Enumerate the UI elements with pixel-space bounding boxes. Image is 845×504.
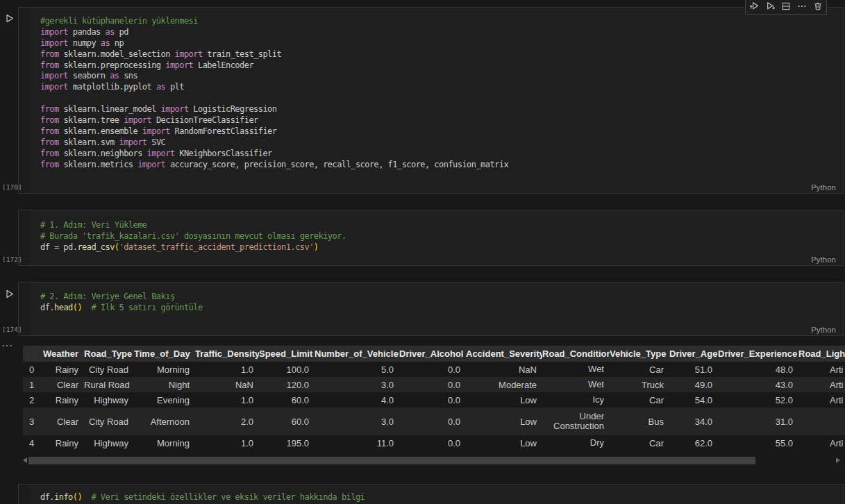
cell-editor[interactable]: # 2. Adım: Veriye Genel Bakışdf.head() #… bbox=[30, 283, 843, 335]
column-header: Weather bbox=[42, 346, 84, 362]
table-cell: 3.0 bbox=[315, 408, 399, 435]
table-cell: 60.0 bbox=[259, 408, 315, 435]
scroll-left-button[interactable] bbox=[23, 457, 27, 463]
column-header: Time_of_Day bbox=[134, 346, 195, 362]
scroll-right-button[interactable] bbox=[836, 457, 840, 463]
play-arrow-up-icon bbox=[749, 1, 760, 11]
code-line bbox=[40, 93, 843, 104]
code-line: df.info() # Veri setindeki özellikler ve… bbox=[40, 492, 843, 503]
column-header: Speed_Limit bbox=[259, 346, 315, 362]
table-cell: Truck bbox=[610, 377, 669, 392]
cell-editor[interactable]: #gerekli kütüphanelerin yüklenmesiimport… bbox=[30, 8, 843, 193]
table-cell: Evening bbox=[134, 392, 195, 408]
execute-cell-and-below-button[interactable] bbox=[763, 0, 778, 12]
table-cell: Rural Road bbox=[84, 377, 134, 392]
table-cell: 48.0 bbox=[718, 362, 798, 377]
ellipsis-icon: ··· bbox=[2, 340, 13, 351]
table-cell: NaN bbox=[466, 362, 542, 377]
table-cell: Rainy bbox=[42, 435, 84, 451]
table-cell: 3 bbox=[23, 408, 42, 435]
cell-language-picker[interactable]: Python bbox=[811, 326, 836, 334]
table-cell: 55.0 bbox=[718, 435, 798, 451]
table-cell: Wet bbox=[542, 362, 610, 377]
split-cell-button[interactable] bbox=[779, 0, 794, 12]
table-cell: Highway bbox=[84, 392, 134, 408]
code-content: df.info() # Veri setindeki özellikler ve… bbox=[30, 485, 843, 503]
table-cell: 0 bbox=[23, 362, 42, 377]
column-header bbox=[23, 346, 42, 362]
column-header: Road_Light_ bbox=[798, 346, 845, 362]
table-cell: Rainy bbox=[42, 362, 84, 377]
table-cell: 195.0 bbox=[259, 435, 315, 451]
table-cell: 11.0 bbox=[315, 435, 399, 451]
execution-count: [170] bbox=[2, 183, 22, 191]
table-cell: 100.0 bbox=[259, 362, 315, 377]
scrollbar-thumb[interactable] bbox=[28, 457, 755, 464]
table-cell: 31.0 bbox=[718, 408, 798, 435]
code-line: import seaborn as sns bbox=[40, 71, 843, 82]
code-line: import pandas as pd bbox=[40, 27, 843, 38]
table-cell: Wet bbox=[542, 377, 610, 392]
table-cell: 0.0 bbox=[399, 377, 466, 392]
play-icon bbox=[5, 289, 15, 301]
column-header: Vehicle_Type bbox=[610, 346, 669, 362]
table-cell: 34.0 bbox=[669, 408, 718, 435]
code-cell-head[interactable]: # 2. Adım: Veriye Genel Bakışdf.head() #… bbox=[18, 282, 844, 336]
scrollbar-track[interactable] bbox=[28, 457, 835, 464]
more-actions-button[interactable] bbox=[795, 0, 810, 12]
run-cell-button[interactable] bbox=[5, 289, 15, 299]
execute-above-cells-button[interactable] bbox=[747, 0, 762, 12]
cell-editor[interactable]: df.info() # Veri setindeki özellikler ve… bbox=[30, 485, 843, 504]
table-cell: 4.0 bbox=[315, 392, 399, 408]
cell-language-picker[interactable]: Python bbox=[811, 183, 836, 192]
table-cell: 2.0 bbox=[195, 408, 259, 435]
table-cell: 2 bbox=[23, 392, 42, 408]
table-cell: 4 bbox=[23, 435, 42, 451]
table-row: 4RainyHighwayMorning1.0195.011.00.0LowDr… bbox=[23, 435, 845, 451]
code-line: from sklearn.neighbors import KNeighbors… bbox=[40, 149, 843, 160]
table-row: 1ClearRural RoadNightNaN120.03.00.0Moder… bbox=[23, 377, 845, 392]
cell-editor[interactable]: # 1. Adım: Veri Yükleme# Burada 'trafik_… bbox=[30, 210, 843, 265]
column-header: Road_Condition bbox=[542, 346, 610, 362]
code-cell-info[interactable]: df.info() # Veri setindeki özellikler ve… bbox=[18, 484, 844, 504]
table-cell: Car bbox=[610, 362, 669, 377]
table-cell: 0.0 bbox=[399, 362, 466, 377]
code-line: # 2. Adım: Veriye Genel Bakış bbox=[40, 292, 843, 303]
table-cell: NaN bbox=[195, 377, 259, 392]
code-line: # 1. Adım: Veri Yükleme bbox=[40, 220, 843, 231]
run-cell-button[interactable] bbox=[5, 13, 15, 24]
code-cell-load-data[interactable]: # 1. Adım: Veri Yükleme# Burada 'trafik_… bbox=[18, 210, 844, 266]
table-cell: 43.0 bbox=[718, 377, 798, 392]
table-cell: Low bbox=[466, 408, 542, 435]
table-cell: 62.0 bbox=[669, 435, 718, 451]
output-more-actions[interactable]: ··· bbox=[2, 340, 13, 351]
code-content: # 1. Adım: Veri Yükleme# Burada 'trafik_… bbox=[30, 210, 843, 253]
cell-language-picker[interactable]: Python bbox=[811, 255, 836, 264]
code-cell-imports[interactable]: #gerekli kütüphanelerin yüklenmesiimport… bbox=[18, 7, 844, 194]
table-cell: Car bbox=[610, 392, 669, 408]
table-header-row: WeatherRoad_TypeTime_of_DayTraffic_Densi… bbox=[23, 346, 845, 362]
code-line: import numpy as np bbox=[40, 38, 843, 49]
split-cell-icon bbox=[781, 1, 791, 11]
horizontal-scrollbar[interactable] bbox=[23, 456, 840, 464]
cell-toolbar bbox=[745, 0, 827, 15]
code-line: from sklearn.model_selection import trai… bbox=[40, 49, 843, 60]
column-header: Driver_Alcohol bbox=[399, 346, 466, 362]
table-cell: City Road bbox=[84, 362, 134, 377]
table-cell: 0.0 bbox=[399, 392, 466, 408]
code-line: from sklearn.svm import SVC bbox=[40, 137, 843, 149]
column-header: Driver_Experience bbox=[718, 346, 798, 362]
delete-cell-button[interactable] bbox=[811, 0, 826, 12]
table-cell: 60.0 bbox=[259, 392, 315, 408]
code-line: import matplotlib.pyplot as plt bbox=[40, 82, 843, 93]
table-row: 2RainyHighwayEvening1.060.04.00.0LowIcyC… bbox=[23, 392, 845, 408]
code-content: # 2. Adım: Veriye Genel Bakışdf.head() #… bbox=[30, 283, 843, 314]
code-line: from sklearn.ensemble import RandomFores… bbox=[40, 126, 843, 137]
table-cell: Dry bbox=[542, 435, 610, 451]
table-cell: 5.0 bbox=[315, 362, 399, 377]
table-cell: City Road bbox=[84, 408, 134, 435]
code-line: # Burada 'trafik_kazalari.csv' dosyasını… bbox=[40, 231, 843, 242]
table-cell: Arti bbox=[798, 435, 845, 451]
trash-icon bbox=[813, 1, 823, 11]
column-header: Road_Type bbox=[84, 346, 134, 362]
